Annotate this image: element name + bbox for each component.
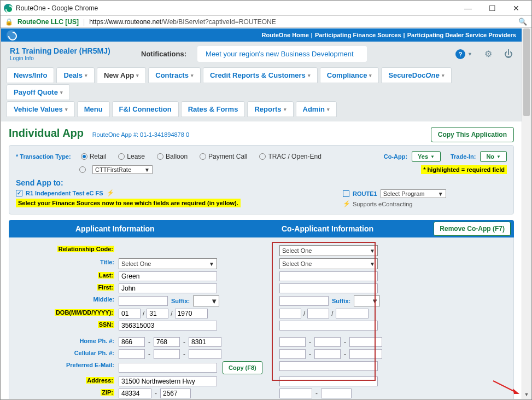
coapp-first-input[interactable] — [279, 283, 378, 293]
tab-reports[interactable]: Reports▾ — [247, 101, 293, 117]
app-last-input[interactable] — [119, 271, 217, 281]
fs-label-route1[interactable]: ROUTE1 — [353, 190, 377, 197]
app-cellph-2[interactable] — [154, 349, 180, 359]
link-routeone-home[interactable]: RouteOne Home — [262, 32, 309, 38]
scrollbar-thumb[interactable] — [523, 28, 530, 116]
tab-securedocone[interactable]: SecureDocOne▾ — [381, 67, 451, 83]
app-email-input[interactable] — [119, 363, 217, 373]
link-participating-dsp[interactable]: Participating Dealer Service Providers — [407, 32, 516, 38]
app-cellph-3[interactable] — [189, 349, 221, 359]
app-zip1-input[interactable] — [119, 389, 151, 398]
notifications-label: Notifications: — [141, 50, 186, 58]
coapp-dob-mm[interactable] — [279, 309, 301, 318]
tab-news-info[interactable]: News/Info — [7, 67, 54, 83]
coapp-cellph-3[interactable] — [349, 349, 382, 359]
app-zip2-input[interactable] — [160, 389, 191, 398]
label-suffix: Suffix: — [171, 298, 190, 304]
coapp-title-select[interactable]: Select One▼ — [279, 258, 378, 269]
coapp-zip2-input[interactable] — [321, 389, 352, 398]
tab-menu[interactable]: Menu — [77, 101, 110, 117]
trans-option-lease[interactable]: Lease — [118, 153, 145, 160]
trans-option-trac-open-end[interactable]: TRAC / Open-End — [259, 153, 321, 160]
coapp-address-input[interactable] — [279, 376, 378, 386]
maximize-button[interactable]: ☐ — [480, 1, 504, 15]
tab-admin[interactable]: Admin▾ — [296, 101, 337, 117]
gear-icon[interactable]: ⚙ — [484, 49, 492, 59]
app-cellph-1[interactable] — [119, 349, 145, 359]
app-number: RouteOne App #: 01-1-341894878 0 — [92, 131, 189, 138]
coapp-ssn-input[interactable] — [279, 321, 378, 331]
section-header: Applicant Information Co-Applicant Infor… — [9, 220, 514, 237]
app-dob-mm[interactable] — [119, 309, 141, 318]
help-dropdown[interactable]: ? ▼ — [455, 49, 472, 59]
app-homeph-1[interactable] — [119, 337, 145, 347]
tab-compliance[interactable]: Compliance▾ — [320, 67, 379, 83]
remove-coapp-button[interactable]: Remove Co-App (F7) — [434, 222, 511, 236]
app-address-input[interactable] — [119, 376, 217, 386]
tab-payoff-quote[interactable]: Payoff Quote▾ — [7, 84, 70, 100]
app-homeph-3[interactable] — [189, 337, 221, 347]
trans-option-retail[interactable]: Retail — [81, 153, 107, 160]
coapp-last-input[interactable] — [279, 271, 378, 281]
url-text[interactable]: https://www.routeone.net/Web/BIServlet?c… — [89, 18, 514, 26]
close-button[interactable]: ✕ — [504, 1, 528, 15]
minimize-button[interactable]: — — [456, 1, 480, 15]
coapp-dropdown[interactable]: Yes▼ — [412, 151, 441, 162]
app-homeph-2[interactable] — [154, 337, 180, 347]
coapp-cellph-1[interactable] — [279, 349, 306, 359]
app-ssn-input[interactable] — [119, 321, 217, 331]
dealer-name[interactable]: R1 Training Dealer (HR5MJ) — [10, 47, 130, 55]
chevron-down-icon: ▾ — [284, 107, 287, 112]
notification-message[interactable]: Meet your region's new Business Developm… — [197, 46, 367, 62]
link-participating-fs[interactable]: Participating Finance Sources — [315, 32, 401, 38]
supports-econtracting-label: Supports eContracting — [353, 201, 412, 207]
program-select[interactable]: CTTFirstRate▼ — [92, 165, 153, 174]
app-title-select[interactable]: Select One▼ — [119, 258, 217, 269]
fs-checkbox-route1[interactable] — [343, 190, 349, 197]
app-suffix-select[interactable]: ▼ — [193, 295, 219, 306]
trans-option-balloon[interactable]: Balloon — [157, 153, 188, 160]
coapp-zip1-input[interactable] — [279, 389, 312, 398]
tab-vehicle-values[interactable]: Vehicle Values▾ — [7, 101, 75, 117]
coapp-email-input[interactable] — [279, 361, 378, 371]
copy-f8-button[interactable]: Copy (F8) — [223, 361, 262, 374]
tradein-dropdown[interactable]: No▼ — [480, 151, 507, 162]
coapp-middle-input[interactable] — [279, 296, 329, 306]
tab-contracts[interactable]: Contracts▾ — [148, 67, 201, 83]
app-dob-dd[interactable] — [147, 309, 168, 318]
radio-icon — [157, 153, 163, 160]
coapp-dob-yyyy[interactable] — [336, 309, 369, 318]
coapp-homeph-3[interactable] — [349, 337, 382, 347]
routeone-logo-icon[interactable] — [7, 30, 16, 40]
tab-rates-forms[interactable]: Rates & Forms — [181, 101, 245, 117]
coapp-relationship-select[interactable]: Select One▼ — [279, 245, 378, 256]
fs-label-r1independent[interactable]: R1 Independent Test eC FS — [26, 190, 103, 196]
app-dob-yyyy[interactable] — [175, 309, 208, 318]
coapp-dob-dd[interactable] — [307, 309, 329, 318]
coapp-homeph-2[interactable] — [314, 337, 341, 347]
coapp-suffix-select[interactable]: ▼ — [354, 295, 380, 306]
fs-checkbox-r1independent[interactable] — [16, 190, 22, 196]
coapp-homeph-1[interactable] — [279, 337, 306, 347]
tab-deals[interactable]: Deals▾ — [56, 67, 95, 83]
tab-new-app[interactable]: New App▾ — [97, 67, 146, 83]
trans-option-payment-call[interactable]: Payment Call — [200, 153, 247, 160]
copy-application-button[interactable]: Copy This Application — [431, 127, 514, 142]
scroll-down-icon[interactable]: ▼ — [522, 390, 531, 399]
app-first-input[interactable] — [119, 283, 217, 293]
coapp-cellph-2[interactable] — [314, 349, 341, 359]
program-radio[interactable] — [79, 166, 86, 173]
chevron-down-icon: ▼ — [496, 154, 501, 159]
chevron-down-icon: ▾ — [60, 90, 63, 95]
power-icon[interactable]: ⏻ — [504, 49, 513, 59]
label-ssn: SSN: — [98, 321, 114, 328]
transaction-type-label: * Transaction Type: — [16, 153, 71, 160]
tab-f-i-connection[interactable]: F&I Connection — [112, 101, 179, 117]
vertical-scrollbar[interactable]: ▲ ▼ — [522, 28, 531, 399]
app-middle-input[interactable] — [119, 296, 168, 306]
route1-program-select[interactable]: Select Program▼ — [381, 189, 446, 198]
zoom-icon[interactable]: 🔍 — [518, 18, 527, 26]
tab-credit-reports-customers[interactable]: Credit Reports & Customers▾ — [203, 67, 318, 83]
login-info-link[interactable]: Login Info — [10, 55, 130, 61]
chevron-down-icon: ▼ — [467, 51, 472, 57]
